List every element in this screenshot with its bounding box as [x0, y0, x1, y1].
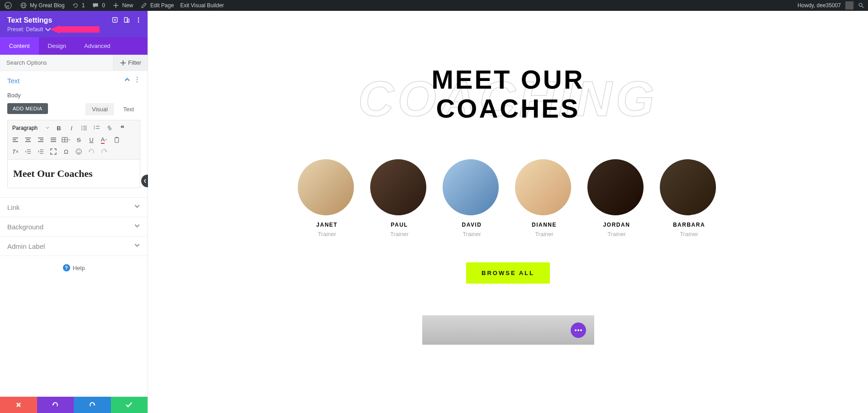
module-menu-button[interactable]	[571, 323, 586, 338]
coach-role: Trainer	[515, 231, 574, 237]
align-center-icon[interactable]	[23, 135, 33, 145]
text-color-icon[interactable]: A	[99, 135, 109, 145]
coach-role: Trainer	[443, 231, 501, 237]
coach-card[interactable]: JORDAN Trainer	[587, 159, 646, 237]
emoji-icon[interactable]	[74, 147, 84, 157]
chevron-up-icon	[124, 76, 130, 85]
svg-point-17	[81, 128, 82, 128]
underline-icon[interactable]: U	[86, 135, 96, 145]
redo-icon[interactable]	[99, 147, 109, 157]
coach-role: Trainer	[370, 231, 429, 237]
comments[interactable]: 0	[91, 1, 105, 10]
coach-avatar	[443, 159, 499, 215]
browse-all-button[interactable]: BROWSE ALL	[466, 262, 550, 284]
svg-point-11	[138, 19, 139, 21]
coach-card[interactable]: JANET Trainer	[298, 159, 357, 237]
hover-icon[interactable]	[111, 16, 119, 24]
wp-admin-bar: My Great Blog 1 0 New Edit Page Exit Vis…	[0, 0, 868, 11]
fullscreen-icon[interactable]	[48, 147, 58, 157]
filter-button[interactable]: Filter	[113, 55, 148, 71]
editor-tab-visual[interactable]: Visual	[86, 103, 114, 115]
coach-name: DAVID	[443, 222, 501, 228]
svg-point-13	[137, 77, 138, 78]
add-media-button[interactable]: ADD MEDIA	[7, 103, 48, 114]
svg-rect-9	[127, 19, 129, 22]
wp-logo[interactable]	[4, 1, 13, 10]
section-text-toggle[interactable]: Text	[0, 71, 148, 90]
new-content[interactable]: New	[111, 1, 133, 10]
discard-button[interactable]	[0, 397, 37, 413]
svg-text:2: 2	[94, 127, 95, 130]
revisions[interactable]: 1	[71, 1, 85, 10]
coach-card[interactable]: DIANNE Trainer	[515, 159, 574, 237]
editor-content[interactable]: Meet Our Coaches	[7, 159, 140, 188]
preset-dropdown[interactable]: Preset: Default	[7, 26, 140, 33]
indent-icon[interactable]	[36, 147, 46, 157]
align-right-icon[interactable]	[36, 135, 46, 145]
search-icon[interactable]	[858, 2, 864, 9]
bullet-list-icon[interactable]	[79, 123, 89, 133]
section-link-toggle[interactable]: Link	[0, 198, 148, 217]
svg-point-51	[79, 150, 80, 151]
coach-role: Trainer	[298, 231, 357, 237]
tab-design[interactable]: Design	[39, 37, 75, 55]
italic-icon[interactable]: I	[67, 123, 76, 133]
svg-point-14	[137, 79, 138, 81]
tab-content[interactable]: Content	[0, 37, 39, 55]
chevron-down-icon	[45, 26, 51, 33]
coach-card[interactable]: DAVID Trainer	[443, 159, 501, 237]
number-list-icon[interactable]: 12	[92, 123, 102, 133]
edit-page[interactable]: Edit Page	[139, 1, 174, 10]
chevron-down-icon	[134, 223, 140, 231]
coach-role: Trainer	[587, 231, 646, 237]
coach-card[interactable]: PAUL Trainer	[370, 159, 429, 237]
paste-icon[interactable]	[112, 135, 122, 145]
coaches-grid: JANET Trainer PAUL Trainer DAVID Trainer…	[166, 159, 850, 237]
undo-icon[interactable]	[86, 147, 96, 157]
help-link[interactable]: ? Help	[0, 256, 148, 280]
user-greeting[interactable]: Howdy, dee35007	[797, 1, 854, 9]
quote-icon[interactable]: ❝	[117, 123, 127, 133]
clear-format-icon[interactable]: T×	[10, 147, 20, 157]
link-icon[interactable]	[105, 123, 114, 133]
page-preview[interactable]: COACHING MEET OUR COACHES JANET Trainer …	[148, 11, 868, 413]
format-select[interactable]: Paragraph	[10, 124, 51, 132]
coach-avatar	[587, 159, 644, 215]
undo-button[interactable]	[37, 397, 74, 413]
svg-point-10	[138, 17, 139, 19]
section-background-toggle[interactable]: Background	[0, 217, 148, 236]
coach-card[interactable]: BARBARA Trainer	[660, 159, 719, 237]
module-placeholder[interactable]	[422, 315, 594, 345]
svg-point-4	[859, 3, 862, 6]
search-options-input[interactable]	[0, 55, 113, 71]
special-char-icon[interactable]: Ω	[61, 147, 71, 157]
svg-point-16	[81, 126, 82, 127]
settings-tabs: Content Design Advanced	[0, 37, 148, 55]
redo-button[interactable]	[74, 397, 111, 413]
coach-name: JANET	[298, 222, 357, 228]
chevron-down-icon	[134, 242, 140, 250]
strikethrough-icon[interactable]: S	[74, 135, 84, 145]
svg-point-18	[81, 129, 82, 130]
outdent-icon[interactable]	[23, 147, 33, 157]
more-icon[interactable]	[135, 16, 142, 24]
coach-role: Trainer	[660, 231, 719, 237]
bold-icon[interactable]: B	[54, 123, 64, 133]
align-left-icon[interactable]	[10, 135, 20, 145]
save-button[interactable]	[111, 397, 148, 413]
site-name[interactable]: My Great Blog	[19, 1, 65, 10]
exit-visual-builder[interactable]: Exit Visual Builder	[180, 2, 224, 9]
rich-text-toolbar: Paragraph B I 12 ❝ S	[7, 120, 140, 159]
editor-tab-text[interactable]: Text	[117, 103, 140, 115]
svg-point-12	[138, 21, 139, 23]
text-settings-panel: Text Settings Preset: Default Content De…	[0, 11, 148, 413]
hero-title: MEET OUR COACHES	[166, 65, 850, 123]
table-icon[interactable]	[61, 135, 71, 145]
section-admin-label-toggle[interactable]: Admin Label	[0, 237, 148, 256]
responsive-icon[interactable]	[123, 16, 130, 24]
tab-advanced[interactable]: Advanced	[75, 37, 119, 55]
svg-point-49	[76, 149, 81, 154]
align-justify-icon[interactable]	[48, 135, 58, 145]
help-icon: ?	[63, 264, 70, 271]
section-more-icon[interactable]	[134, 76, 140, 85]
